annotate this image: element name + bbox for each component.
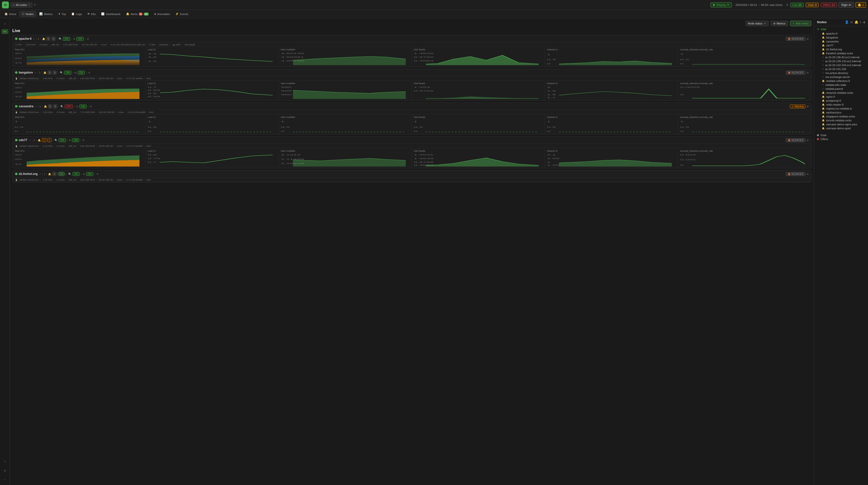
toggle-icon-cassandra[interactable]: ⊞	[807, 105, 809, 108]
rp-offline-item[interactable]: Offline	[817, 138, 865, 141]
app-logo[interactable]	[2, 1, 9, 8]
nav-logs[interactable]: 📋 Logs	[69, 11, 84, 17]
refresh-icon[interactable]: ↻	[34, 3, 36, 7]
rp-node-ip4[interactable]: ⬡ ip-10-20-161-169	[817, 67, 865, 71]
nav-nodes[interactable]: ⬡ Nodes	[19, 11, 36, 17]
nav-top[interactable]: ⬆ Top	[56, 11, 68, 17]
rp-bell-icon[interactable]: 🔔	[855, 20, 858, 24]
toggle-icon-apache-0[interactable]: ⊞	[807, 37, 809, 40]
gear-icon-cdn77[interactable]: ⚙	[82, 139, 85, 142]
rp-collapse-icon[interactable]: ◀	[863, 20, 865, 24]
sidebar-settings-icon[interactable]: ⚙	[1, 467, 8, 474]
external-link-icon-cdn77[interactable]: ↗	[29, 139, 31, 142]
external-link-icon-bangalore[interactable]: ↗	[34, 71, 36, 74]
rp-node-registry[interactable]: 🔔 registry.my-netdata.io	[817, 107, 865, 111]
rp-node-toronto[interactable]: 🔔 toronto.netdata.rocks	[817, 118, 865, 122]
toggle-icon-d1firehol[interactable]: ⊞	[807, 173, 809, 175]
rp-node-ip3[interactable]: ⬡ ip-10-20-142-243.ec2.internal	[817, 63, 865, 67]
toggle-icon-cdn77[interactable]: ⊞	[807, 139, 809, 142]
rp-node-newyork[interactable]: 🔔 newyork.netdata.rocks	[817, 91, 865, 95]
bell-icon-d1firehol[interactable]: 🔔	[48, 173, 51, 175]
filter-icon-d1firehol[interactable]: ⊞	[83, 173, 85, 175]
info-icon-cdn77[interactable]: ℹ	[34, 139, 35, 142]
node-selector[interactable]: ⬡ All nodes ▼	[10, 2, 32, 7]
bell-icon-bangalore[interactable]: 🔔	[43, 71, 46, 74]
rp-node-singapore[interactable]: 🔔 singapore.netdata.rocks	[817, 115, 865, 118]
filter-icon-cassandra[interactable]: ⊞	[76, 105, 78, 108]
rp-node-cassandra[interactable]: 🔔 cassandra	[817, 39, 865, 43]
gear-icon-cassandra[interactable]: ⚙	[90, 105, 92, 108]
nav-events[interactable]: ⚡ Events	[173, 11, 191, 17]
rp-node-cdn77[interactable]: 🔔 cdn77	[817, 43, 865, 48]
info-icon-bangalore[interactable]: ℹ	[39, 71, 40, 74]
rp-node-frankfurt[interactable]: 🔔 frankfurt.netdata.rocks	[817, 51, 865, 55]
rp-stale-item[interactable]: Stale	[817, 134, 865, 137]
info-icon-d1firehol[interactable]: ℹ	[44, 173, 45, 175]
rp-node-sanfrancisco[interactable]: 🔔 sanfrancisco	[817, 111, 865, 115]
rp-node-psql0[interactable]: 🔔 postgresql-0	[817, 99, 865, 102]
search-icon-cdn77[interactable]: 🔍	[55, 139, 58, 142]
rp-node-usecase-upsd[interactable]: 🔔 usecase-demo-upsd	[817, 126, 865, 130]
nav-alerts[interactable]: 🔔 Alerts 5 20	[124, 11, 151, 17]
bell-icon-cdn77[interactable]: 🔔	[38, 139, 41, 142]
sidebar-exit-icon[interactable]: →	[1, 476, 8, 483]
rp-node-msad[interactable]: ⬡ ms-active-directory	[817, 71, 865, 75]
nav-anomalies[interactable]: ◈ Anomalies	[152, 11, 173, 17]
rp-live-header[interactable]: ▼ Live	[817, 28, 865, 31]
filter-on-badge-cassandra[interactable]: ON	[80, 104, 87, 108]
bell-icon-cassandra[interactable]: 🔔	[44, 105, 47, 108]
grid-icon[interactable]: ⊞	[786, 3, 788, 6]
external-link-icon-cassandra[interactable]: ↗	[34, 105, 36, 108]
playing-button[interactable]: Playing ▼	[710, 2, 732, 7]
node-status-select[interactable]: Node status ▼	[746, 21, 769, 26]
query-on-badge-d1firehol[interactable]: ON	[72, 172, 80, 176]
toggle-icon-bangalore[interactable]: ⊞	[807, 71, 809, 74]
info-icon-cassandra[interactable]: ℹ	[40, 105, 41, 108]
gear-icon[interactable]: ⚙	[87, 37, 89, 40]
query-on-badge-apache-0[interactable]: ON	[63, 37, 70, 41]
rp-node-apache-0[interactable]: 🔔 apache-0	[817, 32, 865, 35]
rp-node-d1firehol[interactable]: 🔔 d1.firehol.org	[817, 48, 865, 51]
rp-node-ndk8s[interactable]: ⬡ netdata-k8s-state	[817, 83, 865, 87]
rp-node-ndparent[interactable]: ⬡ netdata-parent	[817, 87, 865, 91]
add-nodes-button[interactable]: + Add nodes	[790, 21, 811, 26]
rp-node-ip2[interactable]: ⬡ ip-10-20-139-110.ec2.internal	[817, 59, 865, 63]
filter-icon-bangalore[interactable]: ⊞	[74, 71, 76, 74]
sidebar-nav-icon[interactable]: ≡	[1, 20, 8, 27]
signin-button[interactable]: Sign in	[838, 2, 854, 8]
rp-node-ip1[interactable]: ⬡ ip-10-20-136-82.ec2.internal	[817, 55, 865, 59]
search-icon-d1firehol[interactable]: 🔍	[68, 173, 71, 175]
rp-info-icon[interactable]: ℹ	[860, 20, 861, 24]
sidebar-nd-badge[interactable]: ND	[1, 29, 8, 34]
sidebar-help-icon[interactable]: ?	[1, 458, 8, 465]
query-on-badge-cdn77[interactable]: ON	[59, 139, 66, 142]
filter-on-badge-d1firehol[interactable]: ON	[86, 172, 93, 176]
search-icon-cassandra[interactable]: 🔍	[60, 105, 63, 108]
filter-on-badge-bangalore[interactable]: ON	[78, 71, 85, 74]
filter-on-badge-cdn77[interactable]: ON	[72, 139, 79, 142]
filter-icon[interactable]: ⊞	[73, 37, 75, 40]
nav-metrics[interactable]: 📊 Metrics	[37, 11, 55, 17]
filter-icon-cdn77[interactable]: ⊞	[69, 139, 71, 142]
rp-node-redis0[interactable]: 🔔 redis-master-0	[817, 102, 865, 107]
external-link-icon[interactable]: ↗	[33, 37, 35, 40]
search-icon-bangalore[interactable]: 🔍	[60, 71, 63, 74]
rp-node-nginx0[interactable]: 🔔 nginx-0	[817, 95, 865, 99]
metrics-button[interactable]: ⚙ Metrics	[771, 21, 788, 26]
query-on-badge-bangalore[interactable]: ON	[64, 71, 71, 74]
nav-home[interactable]: 🏠 Home	[2, 11, 19, 17]
bell-alert-icon[interactable]: 🔔	[42, 37, 45, 40]
rp-node-msex[interactable]: ⬡ ms-exchange-server	[817, 75, 865, 79]
info-icon[interactable]: ℹ	[38, 37, 39, 40]
rp-person-icon[interactable]: 👤	[845, 20, 849, 24]
gear-icon-bangalore[interactable]: ⚙	[88, 71, 90, 74]
external-link-icon-d1firehol[interactable]: ↗	[39, 173, 41, 175]
gear-icon-d1firehol[interactable]: ⚙	[96, 173, 99, 175]
rp-node-usecase-nginx[interactable]: 🔔 usecase-demo-nginx-plus	[817, 122, 865, 126]
nav-dashboards[interactable]: ⬜ Dashboards	[99, 11, 123, 17]
nav-k8s[interactable]: ☸ K8s	[85, 11, 98, 17]
filter-on-badge-apache-0[interactable]: ON	[76, 37, 84, 41]
search-icon[interactable]: 🔍	[59, 37, 62, 40]
query-off-badge-cassandra[interactable]: OFF	[65, 104, 73, 108]
rp-filter-icon[interactable]: ⊞	[850, 20, 853, 24]
